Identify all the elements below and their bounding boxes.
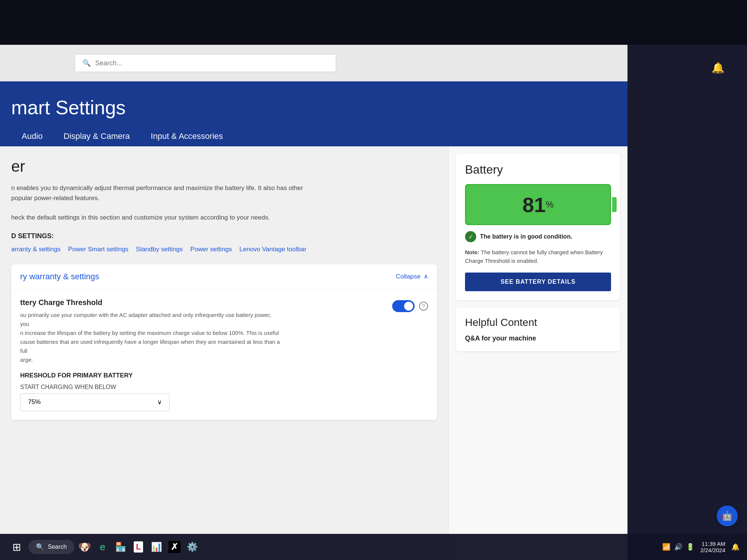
chevron-up-icon: ∧ [424, 273, 428, 280]
taskbar-right: 📶 🔊 🔋 11:39 AM 2/24/2024 🔔 [662, 541, 740, 553]
x-app-icon: ✗ [168, 541, 180, 553]
section-title: er [11, 158, 437, 175]
store-icon: 🏪 [115, 542, 126, 552]
taskbar-chart-icon[interactable]: 📊 [149, 539, 164, 554]
taskbar-search-label: Search [48, 544, 67, 550]
tab-display-camera[interactable]: Display & Camera [53, 126, 140, 146]
helpful-card: Helpful Content Q&A for your machine [456, 308, 620, 351]
charge-label: START CHARGING WHEN BELOW [20, 384, 428, 391]
threshold-help-icon[interactable]: ? [419, 302, 428, 311]
taskbar-time-display: 11:39 AM [700, 541, 725, 547]
dropdown-row: 75% ∨ [20, 393, 428, 411]
taskbar-clock[interactable]: 11:39 AM 2/24/2024 [700, 541, 725, 553]
blue-header: mart Settings Audio Display & Camera Inp… [0, 81, 627, 146]
tab-input-accessories[interactable]: Input & Accessories [140, 126, 233, 146]
charge-threshold-dropdown[interactable]: 75% ∨ [20, 393, 170, 411]
helpful-title: Helpful Content [465, 317, 611, 329]
main-content: er n enables you to dynamically adjust t… [0, 146, 627, 560]
search-box[interactable]: 🔍 [75, 54, 336, 72]
taskbar-animal-icon[interactable]: 🐶 [77, 539, 92, 554]
tab-audio[interactable]: Audio [11, 126, 53, 146]
link-standby[interactable]: Standby settings [136, 246, 183, 253]
windows-logo-icon: ⊞ [12, 541, 21, 553]
settings-label: D SETTINGS: [11, 232, 437, 240]
settings-links: arranty & settings Power Smart settings … [11, 246, 437, 253]
link-warranty[interactable]: arranty & settings [11, 246, 61, 253]
setting-info: ttery Charge Threshold ou primarily use … [20, 298, 282, 364]
lenovo-logo-icon: L [134, 541, 143, 553]
charge-value: 75% [28, 398, 41, 406]
nav-tabs: Audio Display & Camera Input & Accessori… [0, 126, 627, 146]
threshold-label: HRESHOLD FOR PRIMARY BATTERY [20, 372, 428, 379]
chevron-down-icon: ∨ [157, 398, 162, 406]
setting-desc-d: arge. [20, 355, 282, 364]
toggle-thumb [404, 302, 413, 311]
wifi-icon[interactable]: 📶 [662, 543, 670, 551]
battery-good-text: The battery is in good condition. [480, 233, 572, 240]
taskbar-system-icons: 📶 🔊 🔋 [662, 543, 694, 551]
threshold-section: HRESHOLD FOR PRIMARY BATTERY START CHARG… [20, 372, 428, 411]
volume-icon[interactable]: 🔊 [674, 543, 682, 551]
taskbar-store-icon[interactable]: 🏪 [113, 539, 128, 554]
battery-check-icon: ✓ [465, 231, 476, 242]
setting-controls: ? [392, 300, 428, 312]
left-panel: er n enables you to dynamically adjust t… [0, 146, 448, 560]
battery-card-title: Battery [465, 163, 611, 177]
page-title: mart Settings [0, 93, 627, 126]
setting-desc-b: n increase the lifespan of the battery b… [20, 329, 282, 337]
taskbar: ⊞ 🔍 Search 🐶 e 🏪 L 📊 ✗ ⚙️ 📶 🔊 🔋 11:39 AM… [0, 534, 747, 560]
battery-note: Note: The battery cannot be fully charge… [465, 248, 611, 265]
right-panel: Battery 81 % ✓ The battery is in good co… [448, 146, 627, 560]
battery-percent-symbol: % [546, 199, 554, 210]
section-desc-1: n enables you to dynamically adjust ther… [11, 183, 317, 203]
search-icon: 🔍 [83, 59, 91, 67]
setting-name: ttery Charge Threshold [20, 298, 282, 307]
setting-desc-c: cause batteries that are used infrequent… [20, 337, 282, 355]
notification-bell-icon[interactable]: 🔔 [712, 62, 725, 74]
taskbar-edge-icon[interactable]: e [95, 539, 110, 554]
link-power-smart[interactable]: Power Smart settings [68, 246, 128, 253]
battery-icon[interactable]: 🔋 [686, 543, 694, 551]
battery-note-label: Note: [465, 249, 479, 255]
battery-status: ✓ The battery is in good condition. [465, 231, 611, 242]
taskbar-search-icon: 🔍 [36, 543, 44, 551]
app-window: 🔍 mart Settings Audio Display & Camera I… [0, 45, 627, 560]
taskbar-notification-icon[interactable]: 🔔 [731, 543, 740, 551]
section-desc-2: heck the default settings in this sectio… [11, 212, 317, 223]
top-bar [0, 0, 747, 45]
collapse-label: Collapse [396, 273, 421, 280]
card-header: ry warranty & settings Collapse ∧ [11, 264, 437, 289]
setting-desc-a: ou primarily use your computer with the … [20, 311, 282, 329]
collapse-button[interactable]: Collapse ∧ [396, 273, 428, 280]
link-power[interactable]: Power settings [190, 246, 232, 253]
windows-start-button[interactable]: ⊞ [7, 538, 25, 556]
fab-icon: 🤖 [722, 511, 733, 521]
battery-card: Battery 81 % ✓ The battery is in good co… [456, 154, 620, 300]
taskbar-lenovo-icon[interactable]: L [131, 539, 146, 554]
chart-icon: 📊 [151, 542, 162, 552]
battery-percent: 81 [523, 193, 546, 217]
taskbar-settings-icon[interactable]: ⚙️ [185, 539, 200, 554]
settings-app-icon: ⚙️ [187, 542, 198, 552]
card-body: ttery Charge Threshold ou primarily use … [11, 289, 437, 420]
taskbar-x-icon[interactable]: ✗ [167, 539, 182, 554]
battery-threshold-toggle[interactable] [392, 300, 415, 312]
qa-section-title: Q&A for your machine [465, 335, 611, 342]
battery-note-text: The battery cannot be fully charged when… [465, 249, 603, 264]
setting-row: ttery Charge Threshold ou primarily use … [20, 298, 428, 364]
edge-browser-icon: e [100, 541, 105, 553]
link-vantage[interactable]: Lenovo Vantage toolbar [239, 246, 306, 253]
search-area: 🔍 [0, 45, 627, 81]
section-card: ry warranty & settings Collapse ∧ ttery … [11, 264, 437, 420]
search-input[interactable] [95, 59, 328, 67]
taskbar-search[interactable]: 🔍 Search [28, 540, 74, 554]
taskbar-date-display: 2/24/2024 [700, 547, 725, 553]
see-battery-button[interactable]: SEE BATTERY DETAILS [465, 273, 611, 291]
battery-indicator: 81 % [465, 184, 611, 225]
card-header-title: ry warranty & settings [20, 272, 99, 281]
animal-icon: 🐶 [78, 541, 91, 553]
fab-button[interactable]: 🤖 [717, 505, 738, 526]
